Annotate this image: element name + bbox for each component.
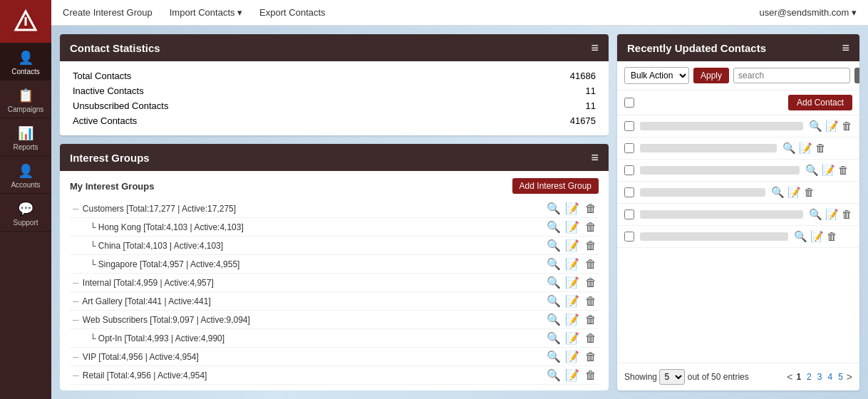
go-button[interactable]: Go (854, 68, 859, 83)
contact-checkbox-2[interactable] (624, 165, 634, 175)
delete-contact-icon[interactable]: 🗑 (842, 208, 852, 221)
list-item: ─ Retail [Total:4,956 | Active:4,954] 🔍 … (70, 366, 599, 385)
add-interest-group-button[interactable]: Add Interest Group (512, 178, 599, 194)
delete-contact-icon[interactable]: 🗑 (827, 230, 837, 243)
delete-contact-icon[interactable]: 🗑 (804, 186, 815, 199)
list-item: ─ Internal [Total:4,959 | Active:4,957] … (70, 274, 599, 292)
per-page-select[interactable]: 5 (659, 369, 685, 385)
edit-icon[interactable]: 📝 (564, 257, 580, 271)
delete-icon[interactable]: 🗑 (583, 314, 599, 326)
edit-contact-icon[interactable]: 📝 (822, 164, 835, 177)
contact-checkbox-1[interactable] (624, 143, 634, 153)
stats-menu-icon[interactable]: ≡ (591, 41, 599, 54)
rp-menu-icon[interactable]: ≡ (842, 41, 849, 54)
view-icon[interactable]: 🔍 (546, 239, 562, 252)
stat-value: 11 (473, 83, 599, 98)
edit-contact-icon[interactable]: 📝 (787, 186, 801, 199)
table-row: Active Contacts41675 (70, 113, 599, 128)
create-interest-group-link[interactable]: Create Interest Group (63, 7, 153, 18)
view-icon[interactable]: 🔍 (546, 220, 562, 234)
delete-icon[interactable]: 🗑 (583, 369, 599, 382)
edit-icon[interactable]: 📝 (564, 313, 580, 326)
view-icon[interactable]: 🔍 (546, 368, 562, 382)
edit-icon[interactable]: 📝 (564, 239, 580, 252)
ig-header-row: My Interest Groups Add Interest Group (70, 178, 599, 194)
sidebar-item-support[interactable]: 💬 Support (0, 194, 51, 232)
delete-contact-icon[interactable]: 🗑 (815, 142, 826, 155)
delete-icon[interactable]: 🗑 (583, 295, 599, 308)
user-menu[interactable]: user@sendsmith.com ▾ (759, 7, 857, 18)
content-area: Contact Statistics ≡ Total Contacts41686… (51, 26, 868, 399)
edit-contact-icon[interactable]: 📝 (799, 142, 812, 155)
view-icon[interactable]: 🔍 (546, 257, 562, 271)
page-2[interactable]: 2 (805, 372, 814, 382)
next-page-arrow[interactable]: > (847, 371, 852, 383)
delete-icon[interactable]: 🗑 (583, 258, 599, 271)
edit-icon[interactable]: 📝 (564, 202, 580, 215)
export-contacts-link[interactable]: Export Contacts (259, 7, 326, 18)
ig-row-actions: 🔍 📝 🗑 (546, 331, 599, 345)
stats-table: Total Contacts41686Inactive Contacts11Un… (70, 68, 599, 128)
sidebar-item-contacts[interactable]: 👤 Contacts (0, 43, 51, 81)
contact-checkbox-5[interactable] (624, 232, 634, 242)
contact-checkbox-0[interactable] (624, 121, 634, 131)
view-icon[interactable]: 🔍 (546, 294, 562, 308)
import-contacts-link[interactable]: Import Contacts ▾ (170, 7, 242, 18)
stat-label: Inactive Contacts (70, 83, 473, 98)
edit-icon[interactable]: 📝 (564, 294, 580, 308)
bulk-action-select[interactable]: Bulk Action (624, 67, 689, 84)
view-contact-icon[interactable]: 🔍 (782, 142, 796, 155)
delete-icon[interactable]: 🗑 (583, 202, 599, 215)
edit-icon[interactable]: 📝 (564, 350, 580, 363)
contact-checkbox-3[interactable] (624, 187, 634, 197)
tree-indent: └ (80, 333, 96, 343)
view-icon[interactable]: 🔍 (546, 202, 562, 215)
view-contact-icon[interactable]: 🔍 (794, 230, 807, 243)
view-icon[interactable]: 🔍 (546, 331, 562, 345)
view-contact-icon[interactable]: 🔍 (805, 164, 819, 177)
delete-icon[interactable]: 🗑 (583, 239, 599, 252)
edit-icon[interactable]: 📝 (564, 331, 580, 345)
view-icon[interactable]: 🔍 (546, 350, 562, 363)
select-all-checkbox[interactable] (624, 98, 634, 108)
page-4[interactable]: 4 (825, 372, 835, 382)
contacts-icon: 👤 (18, 50, 33, 66)
add-contact-button[interactable]: Add Contact (788, 95, 852, 110)
page-1[interactable]: 1 (794, 372, 803, 382)
delete-contact-icon[interactable]: 🗑 (838, 164, 849, 177)
delete-icon[interactable]: 🗑 (583, 351, 599, 363)
ig-row-actions: 🔍 📝 🗑 (546, 257, 599, 271)
prev-page-arrow[interactable]: < (787, 371, 792, 383)
edit-contact-icon[interactable]: 📝 (810, 230, 824, 243)
view-icon[interactable]: 🔍 (546, 276, 562, 289)
page-5[interactable]: 5 (836, 372, 845, 382)
view-contact-icon[interactable]: 🔍 (809, 120, 822, 133)
delete-icon[interactable]: 🗑 (583, 221, 599, 234)
edit-icon[interactable]: 📝 (564, 276, 580, 289)
contact-name-bar (640, 188, 765, 197)
sidebar-item-reports[interactable]: 📊 Reports (0, 118, 51, 156)
view-contact-icon[interactable]: 🔍 (809, 208, 822, 221)
edit-contact-icon[interactable]: 📝 (825, 120, 839, 133)
ig-menu-icon[interactable]: ≡ (591, 151, 599, 164)
sidebar-item-accounts[interactable]: 👤 Accounts (0, 156, 51, 194)
contact-name-bar (640, 166, 800, 175)
delete-contact-icon[interactable]: 🗑 (842, 120, 852, 133)
ig-list: ─ Customers [Total:17,277 | Active:17,27… (70, 200, 599, 385)
edit-contact-icon[interactable]: 📝 (825, 208, 839, 221)
ig-group-name: ─ Art Gallery [Total:441 | Active:441] (70, 296, 546, 306)
contact-checkbox-4[interactable] (624, 209, 634, 219)
view-icon[interactable]: 🔍 (546, 313, 562, 326)
delete-icon[interactable]: 🗑 (583, 276, 599, 289)
apply-button[interactable]: Apply (693, 68, 729, 83)
showing-info: Showing 5 out of 50 entries (624, 369, 749, 385)
edit-icon[interactable]: 📝 (564, 368, 580, 382)
sendsmith-logo-icon (11, 7, 40, 36)
edit-icon[interactable]: 📝 (564, 220, 580, 234)
search-input[interactable] (733, 68, 850, 83)
view-contact-icon[interactable]: 🔍 (771, 186, 785, 199)
ig-row-actions: 🔍 📝 🗑 (546, 313, 599, 326)
page-3[interactable]: 3 (815, 372, 825, 382)
sidebar-item-campaigns[interactable]: 📋 Campaigns (0, 81, 51, 118)
delete-icon[interactable]: 🗑 (583, 332, 599, 345)
